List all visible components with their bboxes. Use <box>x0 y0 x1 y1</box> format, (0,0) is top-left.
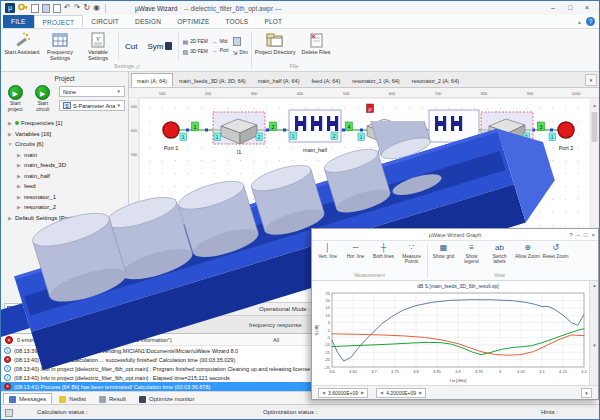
scroll-down-icon[interactable]: ▼ <box>590 343 599 348</box>
help-icon[interactable]: ? <box>586 17 595 26</box>
minimize-button[interactable]: – <box>545 2 561 14</box>
redo-icon[interactable]: ↷ <box>74 3 81 13</box>
reset-zoom-button[interactable]: ↺Reset Zoom <box>542 242 569 272</box>
graph-window-titlebar[interactable]: µWave Wizard Graph ? – □ × <box>312 229 598 241</box>
spinner-left-icon[interactable]: ◀ <box>322 390 325 395</box>
start-circuit-button[interactable]: ▶ <box>35 85 50 100</box>
port-1-symbol[interactable] <box>163 122 179 138</box>
menu-tab-plot[interactable]: PLOT <box>256 15 290 28</box>
close-button[interactable]: × <box>579 2 595 14</box>
menu-tab-project[interactable]: PROJECT <box>34 15 84 28</box>
circuit-tab-resonator-1[interactable]: resonator_1 (A; 64) <box>346 73 405 87</box>
scrollbar-thumb[interactable] <box>592 112 598 142</box>
component-group-2[interactable] <box>429 110 479 142</box>
fem-3d-button[interactable]: ▧3D FEM <box>182 48 207 55</box>
mid-button[interactable]: ↔Mid <box>212 39 229 45</box>
sym-toggle-button[interactable]: Sym <box>142 30 177 62</box>
tree-item-frequencies-1[interactable]: ▶Frequencies [1] <box>3 118 126 129</box>
hor-line-button[interactable]: ─Hor. line <box>342 242 369 272</box>
tree-item-default-settings-project[interactable]: ▶Default Settings [Project] <box>3 213 126 224</box>
frequency-max-spinner[interactable]: ◀ 4.20000E+09 ▶ <box>376 388 426 398</box>
measure-points-button[interactable]: ∵Measure Points <box>398 242 425 272</box>
vert-line-button[interactable]: │Vert. line <box>314 242 341 272</box>
preset-combo[interactable]: None▼ <box>59 86 125 97</box>
save-netlist-button[interactable] <box>233 37 249 46</box>
component-i-cent[interactable]: I_cent <box>367 119 403 155</box>
frequency-settings-button[interactable]: Frequency Settings <box>41 30 79 62</box>
tree-item-feed[interactable]: ▶feed <box>3 181 126 192</box>
dim-button[interactable]: ⇲Dim <box>233 49 249 56</box>
log-filter-all[interactable]: All <box>273 337 279 343</box>
tab-list-dropdown[interactable]: ▼ <box>585 74 597 86</box>
start-circuit-label: Start circuit <box>32 101 55 112</box>
circuit-tab-main[interactable]: main (A; 64) <box>131 73 173 87</box>
circuit-tab-main-half[interactable]: main_half (A; 64) <box>252 73 306 87</box>
tree-item-variables-16[interactable]: ▶Variables [16] <box>3 129 126 140</box>
menu-tab-optimize[interactable]: OPTIMIZE <box>169 15 217 28</box>
dialog-launcher-icon[interactable]: ◿ <box>135 63 139 69</box>
port-2-symbol[interactable] <box>558 122 574 138</box>
open-icon[interactable] <box>31 4 39 13</box>
graph-help-button[interactable]: ? <box>569 232 572 238</box>
graph-scrollbar[interactable]: ▲ ▼ <box>589 281 598 385</box>
switch-labels-button[interactable]: abSwitch labels <box>486 242 513 272</box>
variable-settings-button[interactable]: V Variable Settings <box>79 30 117 62</box>
chevron-right-icon: ▶ <box>16 183 22 189</box>
graph-minimize-button[interactable]: – <box>577 232 580 238</box>
graph-maximize-button[interactable]: □ <box>584 232 588 238</box>
save-icon[interactable] <box>42 4 50 13</box>
start-assistant-button[interactable]: Start Assistant <box>3 30 41 62</box>
menu-tab-file[interactable]: FILE <box>3 15 34 28</box>
maximize-button[interactable]: □ <box>562 2 578 14</box>
points-icon: ∵ <box>409 243 414 253</box>
scroll-up-icon[interactable]: ▲ <box>590 283 599 288</box>
allow-zoom-button[interactable]: ⊕Allow Zoom <box>514 242 541 272</box>
trace-select-dropdown[interactable]: ▼ <box>581 388 592 398</box>
cut-button[interactable]: Cut <box>120 30 142 62</box>
menu-tab-design[interactable]: DESIGN <box>127 15 169 28</box>
circuit-tab-main-feeds-3d[interactable]: main_feeds_3D (A; 3D; 64) <box>173 73 252 87</box>
tree-item-main-half[interactable]: ▶main_half <box>3 171 126 182</box>
tree-item-main[interactable]: ▶main <box>3 150 126 161</box>
svg-text:200: 200 <box>205 91 212 96</box>
project-directory-button[interactable]: Project Directory <box>253 30 297 62</box>
circuit-tab-resonator-2[interactable]: resonator_2 (A; 64) <box>406 73 465 87</box>
spinner-right-icon[interactable]: ▶ <box>419 390 422 395</box>
save-all-icon[interactable] <box>53 4 61 13</box>
both-lines-button[interactable]: ┼Both lines <box>370 242 397 272</box>
undo-icon[interactable]: ↶ <box>64 3 71 13</box>
analysis-combo[interactable]: SS-Parameter Analysis▼ <box>59 100 125 111</box>
spinner-left-icon[interactable]: ◀ <box>380 390 383 395</box>
menu-tab-tools[interactable]: TOOLS <box>217 15 256 28</box>
start-project-button[interactable]: ▶ <box>8 85 23 100</box>
errors-filter-icon[interactable]: × <box>5 336 13 344</box>
svg-text:2: 2 <box>525 134 528 140</box>
component-main-half[interactable]: main_half <box>289 110 341 153</box>
zoom-icon: ⊕ <box>524 243 531 253</box>
show-legend-button[interactable]: ≡Show legend <box>458 242 485 272</box>
project-panel-tab[interactable]: Proje <box>4 303 40 315</box>
port-button[interactable]: →Port <box>212 48 229 54</box>
menu-tab-circuit[interactable]: CIRCUIT <box>83 15 127 28</box>
tree-item-resonator-1[interactable]: ▶resonator_1 <box>3 192 126 203</box>
tree-item-resonator-2[interactable]: ▶resonator_2 <box>3 202 126 213</box>
svg-text:3.85: 3.85 <box>433 369 442 374</box>
tree-item-main-feeds-3d[interactable]: ▶main_feeds_3D <box>3 160 126 171</box>
app-icon[interactable]: µ <box>5 3 15 13</box>
show-grid-button[interactable]: ▦Show grid <box>430 242 457 272</box>
fem-2d-button[interactable]: ▤2D FEM <box>182 38 207 45</box>
refresh-icon[interactable]: ↻ <box>83 3 90 13</box>
scroll-up-icon[interactable]: ▲ <box>592 103 596 108</box>
svg-text:2: 2 <box>401 134 404 140</box>
globe-icon[interactable]: ◉ <box>93 3 100 13</box>
circuit-tab-feed[interactable]: feed (A; 64) <box>306 73 347 87</box>
svg-text:700: 700 <box>435 91 442 96</box>
spectrum-chart[interactable]: dB S [main_feeds_3D_6th_result.sp]3.63.6… <box>312 281 598 385</box>
tree-item-circuits-6[interactable]: ▼Circuits [6] <box>3 139 126 150</box>
spinner-right-icon[interactable]: ▶ <box>361 390 364 395</box>
graph-window[interactable]: µWave Wizard Graph ? – □ × │Vert. line─H… <box>311 228 599 400</box>
delete-files-button[interactable]: × Delete Files <box>297 30 335 62</box>
collapse-ribbon-icon[interactable]: ▲ <box>577 19 582 25</box>
graph-close-button[interactable]: × <box>591 232 595 238</box>
frequency-min-spinner[interactable]: ◀ 3.60000E+09 ▶ <box>318 388 368 398</box>
